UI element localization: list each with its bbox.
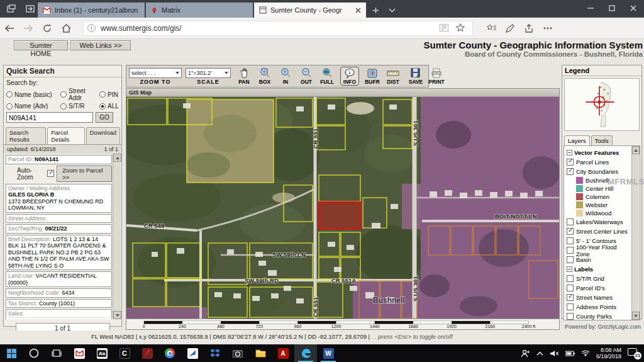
wifi-icon[interactable]	[581, 350, 590, 356]
layer-county-parks[interactable]: County Parks	[567, 312, 631, 320]
window-dock-icon[interactable]	[24, 3, 36, 15]
radio-str[interactable]: S/T/R	[60, 103, 99, 110]
tab-parcel-details[interactable]: Parcel Details	[47, 127, 85, 144]
tab-search-results[interactable]: Search Results	[6, 127, 46, 144]
layer-parcel-lines[interactable]: Parcel Lines	[567, 157, 631, 167]
scroll-down-icon[interactable]	[632, 312, 640, 320]
pan-tool-button[interactable]: PAN	[235, 67, 253, 85]
layer-checkbox[interactable]	[567, 228, 574, 235]
layer-checkbox[interactable]	[567, 313, 574, 320]
tab-sumter-gis[interactable]: Sumter County - Geogr	[254, 3, 366, 18]
tray-expand-icon[interactable]	[536, 351, 543, 356]
taskbar-app-c-icon[interactable]: C	[113, 344, 136, 362]
tab-list-button[interactable]	[384, 3, 400, 18]
zoom-to-select[interactable]: select . . .	[129, 68, 182, 78]
tab-close-icon[interactable]	[355, 8, 361, 13]
web-links-button[interactable]: Web Links >>	[70, 40, 131, 50]
taskbar-clock[interactable]: 8:08 AM 6/19/2018	[596, 347, 621, 359]
taskbar-chrome-icon[interactable]	[158, 344, 181, 362]
more-icon[interactable]	[538, 20, 557, 37]
site-info-icon[interactable]: i	[87, 24, 96, 32]
layer-checkbox[interactable]	[567, 168, 574, 175]
taskbar-camera-icon[interactable]	[226, 344, 249, 362]
collapse-icon[interactable]: −	[567, 150, 572, 156]
layer-checkbox[interactable]	[567, 256, 574, 263]
radio-all[interactable]: ALL	[99, 103, 119, 110]
radio-icon[interactable]	[6, 91, 13, 98]
map-canvas[interactable]: CR 549 SW 59th LN SW 59th RD CR 551A BOI…	[126, 97, 559, 319]
taskbar-acrobat-icon[interactable]: A	[272, 344, 294, 362]
search-input[interactable]	[6, 112, 93, 123]
refresh-button[interactable]	[38, 20, 57, 37]
radio-icon[interactable]	[99, 91, 106, 98]
radio-icon[interactable]	[6, 103, 13, 110]
share-icon[interactable]	[519, 20, 538, 37]
close-button[interactable]	[623, 0, 644, 16]
radio-pin[interactable]: PIN	[99, 88, 118, 101]
volume-muted-icon[interactable]	[550, 350, 559, 357]
layer-checkbox[interactable]	[567, 247, 574, 254]
overview-map[interactable]	[564, 78, 640, 131]
layer-parcel-id-s[interactable]: Parcel ID's	[567, 283, 631, 293]
sumter-home-button[interactable]: Sumter HOME	[14, 40, 68, 50]
taskbar-app-dark-icon[interactable]: Aa	[91, 344, 113, 362]
selected-parcel-highlight[interactable]	[319, 202, 360, 229]
minimize-button[interactable]	[580, 0, 601, 16]
layer-city-boundaries[interactable]: City Boundaries	[567, 167, 631, 176]
task-view-button[interactable]	[45, 344, 68, 362]
home-button[interactable]	[57, 20, 75, 37]
layer-street-center-lines[interactable]: Street Center Lines	[567, 227, 631, 236]
taskbar-edge-icon[interactable]	[294, 344, 317, 362]
layer-checkbox[interactable]	[567, 237, 574, 244]
taskbar-dropbox-icon[interactable]	[204, 344, 226, 362]
layer-checkbox[interactable]	[567, 294, 574, 301]
maximize-button[interactable]	[601, 0, 623, 16]
powered-by-link[interactable]: GrizzlyLogic.com	[597, 324, 641, 330]
layer-checkbox[interactable]	[567, 275, 574, 282]
layers-scrollbar[interactable]	[631, 146, 639, 320]
collapse-icon[interactable]: −	[567, 266, 572, 272]
radio-icon[interactable]	[99, 103, 106, 110]
taskbar-gmail-icon[interactable]	[68, 344, 91, 362]
layer-checkbox[interactable]	[567, 285, 574, 291]
zoom-out-tool-button[interactable]: OUT	[297, 67, 316, 85]
hub-icon[interactable]	[482, 20, 501, 37]
radio-street-addr[interactable]: Street Addr	[60, 88, 99, 101]
battery-icon[interactable]	[565, 351, 575, 356]
info-tool-button[interactable]: i INFO	[340, 67, 359, 86]
layer-100-year-flood-zone[interactable]: 100-Year Flood Zone	[567, 246, 631, 255]
buffer-tool-button[interactable]: BUFR	[363, 67, 382, 85]
layer-checkbox[interactable]	[567, 218, 574, 225]
taskbar-scan-icon[interactable]	[181, 344, 204, 362]
window-snip-icon[interactable]	[5, 3, 18, 15]
tab-matrix[interactable]: Matrix	[146, 3, 253, 18]
distance-tool-button[interactable]: DIST	[384, 67, 402, 85]
new-tab-button[interactable]	[367, 3, 384, 18]
tab-inbox[interactable]: Inbox (1) - century21albrun	[38, 3, 145, 18]
back-button[interactable]	[0, 20, 19, 37]
favorite-star-icon[interactable]	[452, 23, 469, 33]
full-extent-tool-button[interactable]: FULL	[318, 67, 336, 85]
zoom-to-parcel-button[interactable]: Zoom to Parcel >>	[57, 166, 112, 182]
cortana-button[interactable]	[23, 344, 45, 362]
taskbar-file-explorer-icon[interactable]	[249, 344, 272, 362]
taskbar-word-icon[interactable]: W	[317, 344, 340, 362]
radio-icon[interactable]	[60, 103, 67, 110]
go-button[interactable]: GO	[96, 112, 113, 123]
radio-icon[interactable]	[60, 91, 67, 98]
scroll-down-icon[interactable]	[113, 311, 121, 319]
tab-tools[interactable]: Tools	[591, 135, 613, 145]
layer-checkbox[interactable]	[567, 159, 574, 166]
start-button[interactable]	[0, 344, 23, 362]
tab-download[interactable]: Download	[86, 127, 120, 144]
scroll-up-icon[interactable]	[632, 146, 640, 154]
forward-button[interactable]	[19, 20, 38, 37]
print-button[interactable]: PRINT	[427, 67, 446, 85]
scale-select[interactable]: 1"=301.2'	[186, 68, 231, 78]
layer-street-names[interactable]: Street Names	[567, 293, 631, 302]
scroll-up-icon[interactable]	[113, 154, 121, 162]
people-tray-icon[interactable]	[521, 349, 530, 358]
autozoom-checkbox[interactable]	[47, 170, 54, 177]
action-center-icon[interactable]: 21	[628, 348, 640, 359]
layer-checkbox[interactable]	[567, 303, 574, 310]
